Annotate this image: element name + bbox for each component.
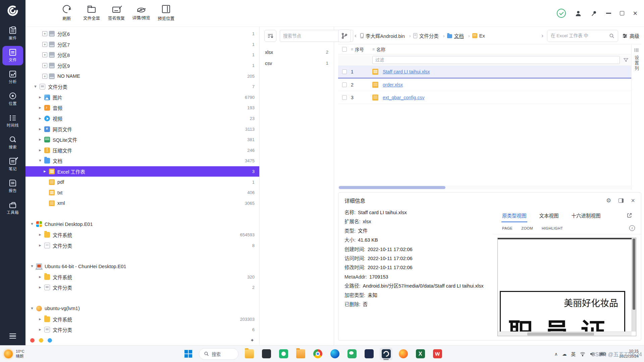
scrollbar-thumb[interactable] — [527, 333, 594, 336]
file-row[interactable]: 2 order.xlsx — [338, 78, 631, 91]
sidebar-item[interactable]: 笔记 — [2, 155, 23, 174]
file-link[interactable]: Staff card LI taihui.xlsx — [383, 69, 430, 74]
tree-expander-icon[interactable] — [38, 232, 43, 237]
tree-item[interactable]: 压缩文件 246 — [25, 145, 259, 156]
tree-expander-icon[interactable] — [38, 285, 43, 290]
column-header-name[interactable]: ≡名称 — [372, 46, 631, 53]
tree-expander-icon[interactable] — [30, 264, 35, 269]
tree-expander-icon[interactable] — [42, 52, 47, 57]
funnel-icon[interactable] — [623, 57, 629, 63]
row-checkbox[interactable] — [342, 82, 347, 87]
tree-item[interactable]: txt 406 — [25, 187, 259, 198]
pin-icon[interactable] — [591, 10, 597, 17]
extension-list-item[interactable]: csv 1 — [260, 58, 334, 69]
preview-tool-button[interactable]: ZOOM — [518, 224, 536, 232]
tree-expander-icon[interactable] — [33, 84, 38, 89]
sidebar-item[interactable]: 分析 — [2, 68, 23, 87]
column-header-no[interactable]: ≡序号 — [351, 46, 372, 53]
sidebar-item[interactable]: 搜索 — [2, 133, 23, 153]
breadcrumb-item[interactable]: Ex — [472, 33, 485, 39]
forward-chevron-icon[interactable]: › — [540, 32, 544, 39]
tree-item[interactable]: 文件分类 2 — [25, 282, 259, 293]
sidebar-item[interactable]: 时间线 — [2, 111, 23, 131]
tray-chevron-up-icon[interactable]: ∧ — [554, 351, 558, 357]
tree-expander-icon[interactable] — [38, 327, 43, 332]
external-link-icon[interactable] — [627, 213, 632, 218]
license-check-icon[interactable] — [557, 9, 566, 18]
wifi-icon[interactable] — [580, 352, 585, 356]
tree-expander-icon[interactable] — [38, 317, 43, 322]
toolbar-button[interactable]: 刷新 — [54, 3, 79, 24]
column-settings-button[interactable]: 设置列 — [633, 55, 640, 71]
tree-expander-icon[interactable] — [42, 63, 47, 68]
tree-item[interactable]: 文档 3475 — [25, 156, 259, 166]
start-button[interactable] — [182, 348, 195, 360]
tree-item[interactable]: 分区8 1 — [25, 50, 259, 60]
close-button[interactable]: × — [633, 10, 637, 17]
tree-item[interactable]: 分区9 1 — [25, 60, 259, 71]
extension-list-item[interactable]: xlsx 2 — [260, 47, 334, 58]
dark-app-taskbar-icon[interactable] — [260, 348, 273, 360]
tree-expander-icon[interactable] — [38, 148, 43, 153]
battery-icon[interactable] — [599, 352, 606, 356]
close-details-icon[interactable]: × — [631, 197, 635, 204]
tree-expander-icon[interactable] — [38, 275, 43, 280]
preview-tab[interactable]: 十六进制视图 — [571, 208, 601, 222]
tree-item[interactable]: xml 3065 — [25, 198, 259, 209]
teal-app-taskbar-icon[interactable] — [277, 348, 290, 360]
tree-item[interactable]: 分区7 1 — [25, 39, 259, 50]
tree-item[interactable]: 文件系统 203303 — [25, 314, 259, 324]
toolbar-button[interactable]: 文件全显 — [79, 3, 104, 24]
tree-expander-icon[interactable] — [42, 42, 47, 47]
tree-item[interactable]: Ubuntu 64-bit - ChunHei Desktop.E01 — [25, 261, 259, 272]
chrome-taskbar-icon[interactable] — [311, 348, 324, 360]
orange-app-taskbar-icon[interactable] — [397, 348, 410, 360]
taskbar-weather-widget[interactable]: 10°C 晴朗 — [4, 349, 74, 359]
excel-taskbar-icon[interactable] — [414, 348, 427, 360]
gear-icon[interactable]: ⚙ — [606, 197, 611, 204]
tree-item[interactable]: SQLite文件 381 — [25, 134, 259, 145]
breadcrumb-item[interactable]: 文件分类 — [413, 32, 447, 39]
expand-collapse-icon[interactable] — [250, 338, 255, 343]
tree-item[interactable]: 图片 6790 — [25, 92, 259, 103]
breadcrumb-item[interactable]: 文档 — [447, 32, 472, 39]
tree-expander-icon[interactable] — [38, 95, 43, 100]
tree-item[interactable]: pdf 1 — [25, 177, 259, 187]
layout-panel-icon[interactable] — [619, 198, 624, 203]
row-checkbox[interactable] — [342, 69, 347, 74]
tree-item[interactable]: 文件分类 7 — [25, 81, 259, 92]
ime-indicator[interactable]: 英 — [571, 351, 576, 357]
tree-item[interactable]: ubuntu-vg(lvm1) — [25, 303, 259, 314]
preview-tab[interactable]: 文本视图 — [539, 208, 559, 222]
file-explorer-taskbar-icon[interactable] — [243, 348, 256, 360]
onedrive-cloud-icon[interactable]: ☁ — [562, 351, 567, 357]
doc-horizontal-scrollbar[interactable] — [498, 331, 632, 336]
toolbar-button[interactable]: 预览位置 — [154, 3, 178, 24]
tree-item[interactable]: 文件分类 8 — [25, 240, 259, 251]
horizontal-scrollbar[interactable] — [338, 185, 631, 190]
taskbar-clock[interactable]: 10:15 2022/10/24 — [610, 349, 639, 359]
tree-expander-icon[interactable] — [30, 222, 35, 227]
preview-tab[interactable]: 原类型视图 — [501, 208, 527, 222]
tree-expander-icon[interactable] — [38, 127, 43, 132]
tree-item[interactable]: 网页文件 3113 — [25, 124, 259, 134]
blue-dot-indicator[interactable] — [48, 338, 52, 343]
info-icon[interactable]: i — [629, 225, 635, 231]
wps-taskbar-icon[interactable] — [431, 348, 444, 360]
tree-expander-icon[interactable] — [42, 169, 47, 174]
tree-item[interactable]: NO NAME 205 — [25, 71, 259, 81]
row-checkbox[interactable] — [342, 95, 347, 100]
sidebar-item[interactable]: 工具箱 — [2, 198, 23, 218]
file-row[interactable]: 1 Staff card LI taihui.xlsx — [338, 66, 631, 78]
tree-expander-icon[interactable] — [38, 137, 43, 142]
sidebar-item[interactable]: 报告 — [2, 177, 23, 196]
maximize-button[interactable] — [620, 11, 624, 15]
filter-input[interactable] — [375, 57, 617, 62]
toolbar-button[interactable]: 详情/预览 — [129, 3, 154, 24]
advanced-search-button[interactable]: 高级 — [622, 32, 639, 39]
taskbar-search[interactable]: 搜索 — [199, 348, 238, 360]
tree-expander-icon[interactable] — [42, 74, 47, 79]
tree-expander-icon[interactable] — [38, 158, 43, 163]
minimize-button[interactable] — [606, 13, 611, 13]
tree-item[interactable]: 文件系统 654593 — [25, 230, 259, 240]
